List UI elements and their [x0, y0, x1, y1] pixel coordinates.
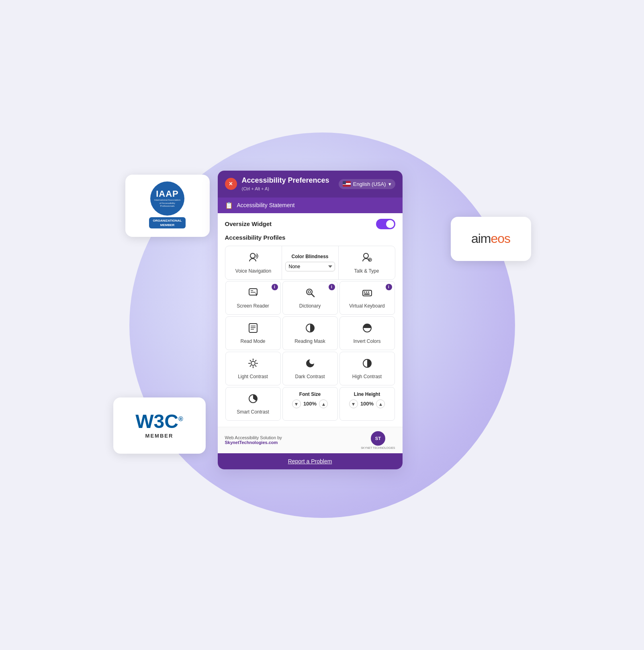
- color-blindness-select[interactable]: None Protanopia Deuteranopia Tritanopia: [285, 262, 335, 271]
- svg-rect-12: [364, 291, 365, 293]
- virtual-keyboard-icon: [362, 287, 373, 301]
- read-mode-icon: [247, 322, 259, 336]
- font-size-label: Font Size: [299, 391, 321, 397]
- invert-colors-icon: [362, 322, 373, 336]
- svg-point-10: [308, 291, 311, 293]
- scene: IAAP International Associationof Accessi…: [101, 104, 543, 546]
- info-badge-dictionary: i: [329, 284, 335, 290]
- footer-line1: Web Accessibility Solution by: [225, 435, 282, 440]
- footer-link[interactable]: SkynetTechnologies.com: [225, 440, 278, 445]
- reading-mask-icon: [305, 322, 316, 336]
- dark-contrast-icon: [305, 358, 316, 371]
- font-size-stepper: Font Size ▾ 100% ▴: [282, 387, 338, 421]
- widget-panel: × Accessibility Preferences (Ctrl + Alt …: [218, 171, 403, 469]
- close-button[interactable]: ×: [225, 178, 237, 190]
- dictionary-btn[interactable]: i Dictionary: [282, 281, 338, 315]
- footer-text: Web Accessibility Solution by SkynetTech…: [225, 435, 282, 445]
- smart-contrast-label: Smart Contrast: [237, 409, 269, 415]
- dictionary-icon: [305, 287, 316, 301]
- font-size-controls: ▾ 100% ▴: [292, 399, 328, 408]
- svg-point-0: [250, 253, 255, 258]
- line-height-label: Line Height: [354, 391, 380, 397]
- w3c-logo: W3C® MEMBER: [135, 412, 183, 439]
- header-title: Accessibility Preferences (Ctrl + Alt + …: [242, 176, 329, 192]
- widget-header: × Accessibility Preferences (Ctrl + Alt …: [218, 171, 403, 198]
- line-height-increase[interactable]: ▴: [376, 399, 385, 408]
- lang-label: English (USA): [353, 181, 386, 187]
- iaap-org-badge: ORGANIZATIONAL MEMBER: [149, 217, 186, 228]
- panel-body: Oversize Widget Accessibility Profiles: [218, 213, 403, 427]
- language-selector[interactable]: English (USA) ▾: [339, 179, 395, 189]
- w3c-text: W3C®: [135, 412, 183, 431]
- iaap-main-text: IAAP: [156, 189, 179, 199]
- report-problem-btn[interactable]: Report a Problem: [218, 453, 403, 469]
- snt-logo-label: SKYNET TECHNOLOGIES: [361, 446, 395, 449]
- screen-reader-icon: [247, 287, 259, 301]
- font-size-increase[interactable]: ▴: [319, 399, 328, 408]
- oversize-label: Oversize Widget: [225, 220, 272, 227]
- line-height-decrease[interactable]: ▾: [349, 399, 358, 408]
- svg-rect-15: [364, 293, 370, 295]
- svg-line-28: [255, 365, 256, 366]
- info-badge-screen-reader: i: [272, 284, 278, 290]
- light-contrast-label: Light Contrast: [238, 374, 268, 379]
- color-blindness-label: Color Blindness: [291, 254, 328, 259]
- chevron-down-icon: ▾: [388, 181, 391, 187]
- iaap-logo: IAAP International Associationof Accessi…: [141, 181, 194, 230]
- svg-rect-11: [363, 290, 372, 296]
- widget-footer: Web Accessibility Solution by SkynetTech…: [218, 427, 403, 453]
- smart-contrast-btn[interactable]: Smart Contrast: [225, 387, 281, 421]
- svg-rect-5: [249, 289, 257, 295]
- shortcut-text: (Ctrl + Alt + A): [242, 186, 269, 191]
- screen-reader-btn[interactable]: i Screen Reader: [225, 281, 281, 315]
- dark-contrast-label: Dark Contrast: [295, 374, 325, 379]
- invert-colors-label: Invert Colors: [353, 338, 380, 344]
- dark-contrast-btn[interactable]: Dark Contrast: [282, 352, 338, 385]
- smart-contrast-icon: [247, 393, 259, 407]
- statement-bar[interactable]: 📋 Accessibility Statement: [218, 198, 403, 213]
- oversize-toggle[interactable]: [376, 219, 395, 229]
- screen-reader-label: Screen Reader: [237, 303, 269, 309]
- footer-logo: ST SKYNET TECHNOLOGIES: [361, 431, 395, 449]
- talk-and-type-btn[interactable]: Talk & Type: [339, 246, 395, 279]
- svg-point-22: [251, 361, 255, 365]
- reading-mask-label: Reading Mask: [294, 338, 325, 344]
- document-icon: 📋: [225, 202, 233, 209]
- dictionary-label: Dictionary: [299, 303, 321, 309]
- read-mode-label: Read Mode: [240, 338, 265, 344]
- virtual-keyboard-label: Virtual Keyboard: [349, 303, 385, 309]
- read-mode-btn[interactable]: Read Mode: [225, 316, 281, 350]
- iaap-circle: IAAP International Associationof Accessi…: [150, 181, 184, 216]
- voice-navigation-btn[interactable]: Voice Navigation: [225, 246, 282, 279]
- talk-type-icon: [361, 252, 372, 266]
- invert-colors-btn[interactable]: Invert Colors: [339, 316, 395, 350]
- svg-rect-16: [249, 324, 257, 332]
- light-contrast-btn[interactable]: Light Contrast: [225, 352, 281, 385]
- color-blindness-area: Color Blindness None Protanopia Deuteran…: [282, 246, 339, 279]
- line-height-controls: ▾ 100% ▴: [349, 399, 385, 408]
- w3c-card: W3C® MEMBER: [113, 397, 206, 454]
- font-size-decrease[interactable]: ▾: [292, 399, 301, 408]
- statement-label: Accessibility Statement: [237, 202, 295, 208]
- oversize-row: Oversize Widget: [225, 219, 395, 229]
- header-left: × Accessibility Preferences (Ctrl + Alt …: [225, 176, 329, 192]
- snt-logo-circle: ST: [371, 431, 385, 446]
- w3c-member-label: MEMBER: [145, 433, 174, 439]
- virtual-keyboard-btn[interactable]: i Virtual Keyboard: [339, 281, 395, 315]
- iaap-sub-text: International Associationof Accessibilit…: [150, 199, 184, 208]
- main-title-text: Accessibility Preferences: [242, 176, 329, 185]
- flag-icon: [343, 181, 351, 187]
- line-height-value: 100%: [360, 401, 374, 407]
- profiles-top-row: Voice Navigation Color Blindness None Pr…: [225, 246, 395, 280]
- stepper-row: Smart Contrast Font Size ▾ 100% ▴ Line H…: [225, 387, 395, 421]
- voice-navigation-icon: [248, 252, 259, 266]
- svg-line-9: [311, 294, 314, 297]
- svg-line-30: [250, 365, 251, 366]
- light-contrast-icon: [247, 358, 259, 371]
- talk-type-label: Talk & Type: [354, 268, 379, 274]
- profiles-section-label: Accessibility Profiles: [225, 234, 395, 241]
- features-grid: i Screen Reader i: [225, 281, 395, 386]
- high-contrast-btn[interactable]: High Contrast: [339, 352, 395, 385]
- reading-mask-btn[interactable]: Reading Mask: [282, 316, 338, 350]
- high-contrast-icon: [362, 358, 373, 371]
